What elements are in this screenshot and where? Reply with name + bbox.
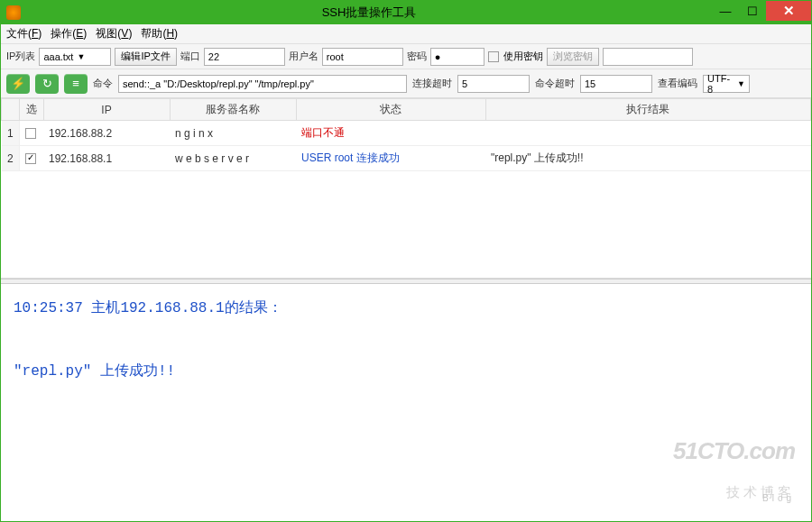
- browse-key-button[interactable]: 浏览密钥: [547, 48, 599, 66]
- window-controls: — ☐ ✕: [712, 1, 811, 24]
- pwd-label: 密码: [407, 50, 427, 63]
- row-num: 1: [2, 121, 20, 146]
- encoding-dropdown[interactable]: UTF-8▼: [703, 75, 750, 93]
- refresh-button[interactable]: ↻: [35, 74, 59, 94]
- list-button[interactable]: ≡: [64, 74, 88, 94]
- log-line: 10:25:37 主机192.168.88.1的结果：: [14, 293, 798, 325]
- minimize-button[interactable]: —: [712, 1, 739, 21]
- user-input[interactable]: [322, 48, 403, 66]
- cell-status: USER root 连接成功: [296, 146, 485, 171]
- log-pane: 10:25:37 主机192.168.88.1的结果： "repl.py" 上传…: [1, 284, 811, 521]
- chevron-down-icon: ▼: [737, 79, 745, 88]
- cell-result: [485, 121, 811, 146]
- window: SSH批量操作工具 — ☐ ✕ 文件(F) 操作(E) 视图(V) 帮助(H) …: [0, 0, 812, 522]
- encoding-label: 查看编码: [658, 77, 697, 90]
- watermark: 51CTO.com 技术博客 Blog: [673, 426, 795, 507]
- menu-view[interactable]: 视图(V): [96, 26, 132, 41]
- pwd-input[interactable]: [430, 48, 484, 66]
- row-checkbox[interactable]: [20, 146, 44, 171]
- menu-file[interactable]: 文件(F): [6, 26, 42, 41]
- iplist-dropdown[interactable]: aaa.txt▼: [39, 48, 111, 66]
- edit-ipfile-button[interactable]: 编辑IP文件: [115, 48, 176, 66]
- cmd-input[interactable]: [118, 75, 407, 93]
- col-server[interactable]: 服务器名称: [170, 99, 296, 121]
- col-status[interactable]: 状态: [296, 99, 485, 121]
- table-row[interactable]: 2192.168.88.1w e b s e r v e rUSER root …: [2, 146, 811, 171]
- cell-status: 端口不通: [296, 121, 485, 146]
- chevron-down-icon: ▼: [77, 52, 85, 61]
- key-path-input[interactable]: [603, 48, 693, 66]
- port-input[interactable]: [204, 48, 285, 66]
- port-label: 端口: [180, 50, 200, 63]
- menu-operate[interactable]: 操作(E): [51, 26, 87, 41]
- host-table: 选 IP 服务器名称 状态 执行结果 1192.168.88.2n g i n …: [1, 98, 811, 171]
- col-num: [2, 99, 20, 121]
- log-line: "repl.py" 上传成功!!: [14, 356, 798, 388]
- cell-server: n g i n x: [170, 121, 296, 146]
- row-checkbox[interactable]: [20, 121, 44, 146]
- toolbar-row-2: ⚡ ↻ ≡ 命令 连接超时 命令超时 查看编码 UTF-8▼: [1, 69, 811, 98]
- app-icon: [6, 5, 21, 20]
- toolbar-row-1: IP列表 aaa.txt▼ 编辑IP文件 端口 用户名 密码 使用密钥 浏览密钥: [1, 44, 811, 69]
- menu-help[interactable]: 帮助(H): [141, 26, 178, 41]
- table-row[interactable]: 1192.168.88.2n g i n x端口不通: [2, 121, 811, 146]
- close-button[interactable]: ✕: [766, 1, 811, 21]
- cmd-timeout-input[interactable]: [580, 75, 652, 93]
- cmd-timeout-label: 命令超时: [535, 77, 575, 90]
- conn-timeout-label: 连接超时: [412, 77, 452, 90]
- usekey-checkbox[interactable]: 使用密钥: [488, 50, 543, 63]
- titlebar: SSH批量操作工具 — ☐ ✕: [1, 1, 811, 24]
- run-button[interactable]: ⚡: [6, 74, 30, 94]
- cell-result: "repl.py" 上传成功!!: [485, 146, 811, 171]
- host-table-wrap: 选 IP 服务器名称 状态 执行结果 1192.168.88.2n g i n …: [1, 98, 811, 279]
- user-label: 用户名: [289, 50, 318, 63]
- cell-ip: 192.168.88.2: [43, 121, 170, 146]
- cell-ip: 192.168.88.1: [43, 146, 170, 171]
- col-result[interactable]: 执行结果: [485, 99, 811, 121]
- col-sel[interactable]: 选: [20, 99, 44, 121]
- iplist-label: IP列表: [6, 50, 35, 63]
- row-num: 2: [2, 146, 20, 171]
- maximize-button[interactable]: ☐: [739, 1, 766, 21]
- col-ip[interactable]: IP: [43, 99, 170, 121]
- cmd-label: 命令: [93, 77, 113, 90]
- cell-server: w e b s e r v e r: [170, 146, 296, 171]
- window-title: SSH批量操作工具: [26, 5, 712, 21]
- conn-timeout-input[interactable]: [457, 75, 530, 93]
- menubar: 文件(F) 操作(E) 视图(V) 帮助(H): [1, 24, 811, 44]
